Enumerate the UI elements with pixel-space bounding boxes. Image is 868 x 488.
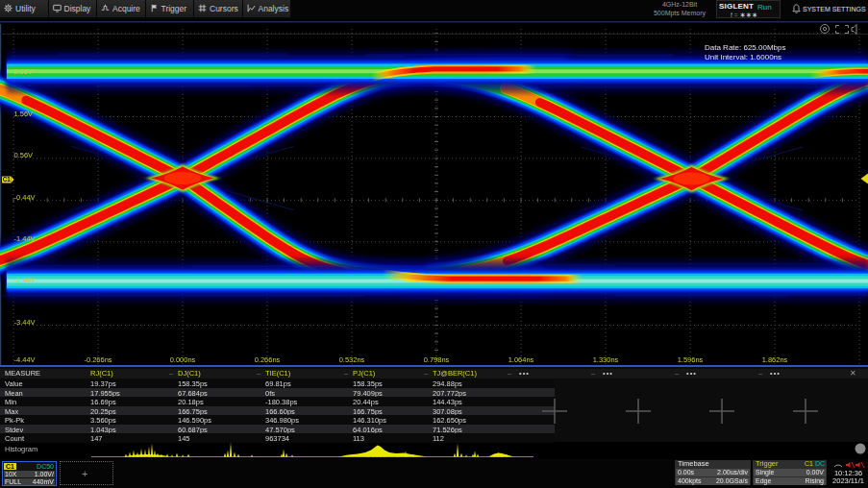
svg-text:C1: C1 [3,176,12,183]
svg-text:0.532ns: 0.532ns [339,355,365,364]
svg-text:1.330ns: 1.330ns [593,355,619,364]
svg-text:-1.44V: -1.44V [14,234,36,243]
svg-text:-4.44V: -4.44V [14,355,36,364]
svg-text:1.596ns: 1.596ns [678,355,704,364]
svg-text:Unit Interval: 1.6000ns: Unit Interval: 1.6000ns [705,53,781,61]
svg-text:-0.266ns: -0.266ns [84,355,112,364]
svg-text:0.000ns: 0.000ns [170,355,196,364]
svg-text:2.56V: 2.56V [14,67,34,76]
svg-text:-0.44V: -0.44V [14,193,36,202]
svg-text:0.56V: 0.56V [14,151,34,159]
svg-text:-2.44V: -2.44V [14,276,36,284]
svg-text:1.862ns: 1.862ns [762,355,788,364]
svg-text:Data Rate: 625.00Mbps: Data Rate: 625.00Mbps [705,43,786,52]
svg-text:0.798ns: 0.798ns [424,355,450,364]
svg-text:0.266ns: 0.266ns [255,355,281,364]
svg-text:1.064ns: 1.064ns [508,355,534,364]
svg-text:1.56V: 1.56V [14,110,34,118]
svg-text:-3.44V: -3.44V [14,318,36,327]
